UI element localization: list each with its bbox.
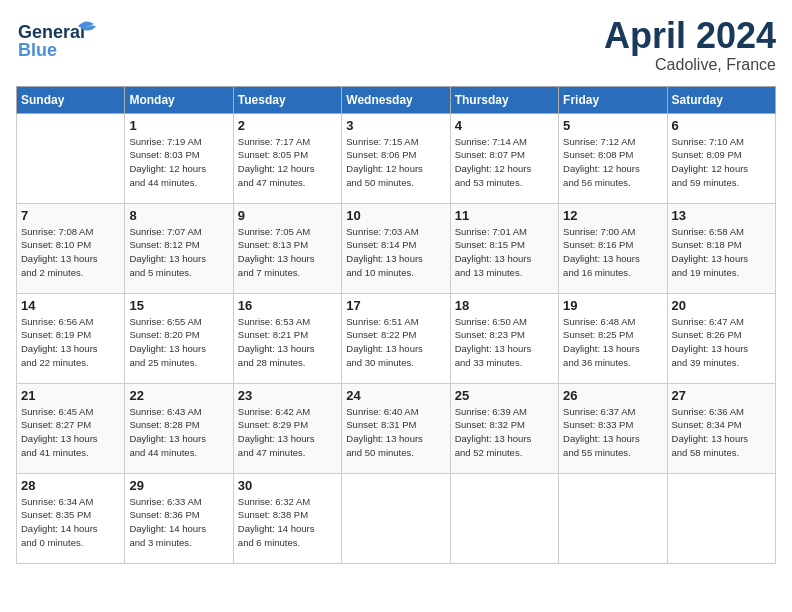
- location-title: Cadolive, France: [604, 56, 776, 74]
- col-header-monday: Monday: [125, 86, 233, 113]
- day-cell: 6Sunrise: 7:10 AM Sunset: 8:09 PM Daylig…: [667, 113, 775, 203]
- col-header-saturday: Saturday: [667, 86, 775, 113]
- day-number: 27: [672, 388, 771, 403]
- day-info: Sunrise: 7:15 AM Sunset: 8:06 PM Dayligh…: [346, 135, 445, 190]
- day-cell: 9Sunrise: 7:05 AM Sunset: 8:13 PM Daylig…: [233, 203, 341, 293]
- day-info: Sunrise: 7:07 AM Sunset: 8:12 PM Dayligh…: [129, 225, 228, 280]
- title-block: April 2024 Cadolive, France: [604, 16, 776, 74]
- day-cell: 27Sunrise: 6:36 AM Sunset: 8:34 PM Dayli…: [667, 383, 775, 473]
- page-header: General Blue April 2024 Cadolive, France: [16, 16, 776, 74]
- day-number: 6: [672, 118, 771, 133]
- col-header-tuesday: Tuesday: [233, 86, 341, 113]
- day-cell: 21Sunrise: 6:45 AM Sunset: 8:27 PM Dayli…: [17, 383, 125, 473]
- week-row-3: 14Sunrise: 6:56 AM Sunset: 8:19 PM Dayli…: [17, 293, 776, 383]
- day-cell: 23Sunrise: 6:42 AM Sunset: 8:29 PM Dayli…: [233, 383, 341, 473]
- day-info: Sunrise: 7:10 AM Sunset: 8:09 PM Dayligh…: [672, 135, 771, 190]
- day-info: Sunrise: 6:55 AM Sunset: 8:20 PM Dayligh…: [129, 315, 228, 370]
- day-info: Sunrise: 6:37 AM Sunset: 8:33 PM Dayligh…: [563, 405, 662, 460]
- day-number: 21: [21, 388, 120, 403]
- day-info: Sunrise: 7:01 AM Sunset: 8:15 PM Dayligh…: [455, 225, 554, 280]
- day-cell: 16Sunrise: 6:53 AM Sunset: 8:21 PM Dayli…: [233, 293, 341, 383]
- day-cell: [559, 473, 667, 563]
- day-number: 29: [129, 478, 228, 493]
- day-cell: 11Sunrise: 7:01 AM Sunset: 8:15 PM Dayli…: [450, 203, 558, 293]
- day-number: 7: [21, 208, 120, 223]
- day-number: 18: [455, 298, 554, 313]
- day-number: 8: [129, 208, 228, 223]
- day-number: 22: [129, 388, 228, 403]
- day-info: Sunrise: 6:53 AM Sunset: 8:21 PM Dayligh…: [238, 315, 337, 370]
- day-cell: 8Sunrise: 7:07 AM Sunset: 8:12 PM Daylig…: [125, 203, 233, 293]
- day-cell: 22Sunrise: 6:43 AM Sunset: 8:28 PM Dayli…: [125, 383, 233, 473]
- day-info: Sunrise: 7:08 AM Sunset: 8:10 PM Dayligh…: [21, 225, 120, 280]
- day-info: Sunrise: 7:19 AM Sunset: 8:03 PM Dayligh…: [129, 135, 228, 190]
- day-cell: 26Sunrise: 6:37 AM Sunset: 8:33 PM Dayli…: [559, 383, 667, 473]
- day-cell: 14Sunrise: 6:56 AM Sunset: 8:19 PM Dayli…: [17, 293, 125, 383]
- day-cell: 1Sunrise: 7:19 AM Sunset: 8:03 PM Daylig…: [125, 113, 233, 203]
- svg-text:General: General: [18, 22, 85, 42]
- day-number: 1: [129, 118, 228, 133]
- day-number: 16: [238, 298, 337, 313]
- day-number: 17: [346, 298, 445, 313]
- day-info: Sunrise: 6:42 AM Sunset: 8:29 PM Dayligh…: [238, 405, 337, 460]
- month-title: April 2024: [604, 16, 776, 56]
- day-number: 13: [672, 208, 771, 223]
- day-cell: 17Sunrise: 6:51 AM Sunset: 8:22 PM Dayli…: [342, 293, 450, 383]
- week-row-1: 1Sunrise: 7:19 AM Sunset: 8:03 PM Daylig…: [17, 113, 776, 203]
- day-info: Sunrise: 6:56 AM Sunset: 8:19 PM Dayligh…: [21, 315, 120, 370]
- col-header-wednesday: Wednesday: [342, 86, 450, 113]
- day-cell: 18Sunrise: 6:50 AM Sunset: 8:23 PM Dayli…: [450, 293, 558, 383]
- day-cell: 24Sunrise: 6:40 AM Sunset: 8:31 PM Dayli…: [342, 383, 450, 473]
- day-number: 28: [21, 478, 120, 493]
- day-number: 19: [563, 298, 662, 313]
- day-info: Sunrise: 6:43 AM Sunset: 8:28 PM Dayligh…: [129, 405, 228, 460]
- day-cell: 29Sunrise: 6:33 AM Sunset: 8:36 PM Dayli…: [125, 473, 233, 563]
- day-number: 10: [346, 208, 445, 223]
- day-info: Sunrise: 7:00 AM Sunset: 8:16 PM Dayligh…: [563, 225, 662, 280]
- week-row-2: 7Sunrise: 7:08 AM Sunset: 8:10 PM Daylig…: [17, 203, 776, 293]
- day-number: 20: [672, 298, 771, 313]
- day-cell: 20Sunrise: 6:47 AM Sunset: 8:26 PM Dayli…: [667, 293, 775, 383]
- day-info: Sunrise: 7:05 AM Sunset: 8:13 PM Dayligh…: [238, 225, 337, 280]
- day-cell: 7Sunrise: 7:08 AM Sunset: 8:10 PM Daylig…: [17, 203, 125, 293]
- day-number: 30: [238, 478, 337, 493]
- day-info: Sunrise: 6:32 AM Sunset: 8:38 PM Dayligh…: [238, 495, 337, 550]
- day-cell: 13Sunrise: 6:58 AM Sunset: 8:18 PM Dayli…: [667, 203, 775, 293]
- col-header-thursday: Thursday: [450, 86, 558, 113]
- day-info: Sunrise: 7:14 AM Sunset: 8:07 PM Dayligh…: [455, 135, 554, 190]
- day-cell: 12Sunrise: 7:00 AM Sunset: 8:16 PM Dayli…: [559, 203, 667, 293]
- header-row: SundayMondayTuesdayWednesdayThursdayFrid…: [17, 86, 776, 113]
- day-cell: 2Sunrise: 7:17 AM Sunset: 8:05 PM Daylig…: [233, 113, 341, 203]
- day-info: Sunrise: 6:51 AM Sunset: 8:22 PM Dayligh…: [346, 315, 445, 370]
- svg-text:Blue: Blue: [18, 40, 57, 60]
- day-cell: 30Sunrise: 6:32 AM Sunset: 8:38 PM Dayli…: [233, 473, 341, 563]
- day-info: Sunrise: 6:58 AM Sunset: 8:18 PM Dayligh…: [672, 225, 771, 280]
- day-info: Sunrise: 7:12 AM Sunset: 8:08 PM Dayligh…: [563, 135, 662, 190]
- day-cell: 5Sunrise: 7:12 AM Sunset: 8:08 PM Daylig…: [559, 113, 667, 203]
- col-header-friday: Friday: [559, 86, 667, 113]
- day-info: Sunrise: 6:40 AM Sunset: 8:31 PM Dayligh…: [346, 405, 445, 460]
- day-cell: 3Sunrise: 7:15 AM Sunset: 8:06 PM Daylig…: [342, 113, 450, 203]
- day-number: 12: [563, 208, 662, 223]
- day-cell: 10Sunrise: 7:03 AM Sunset: 8:14 PM Dayli…: [342, 203, 450, 293]
- day-number: 14: [21, 298, 120, 313]
- day-info: Sunrise: 6:50 AM Sunset: 8:23 PM Dayligh…: [455, 315, 554, 370]
- day-number: 15: [129, 298, 228, 313]
- day-cell: [17, 113, 125, 203]
- week-row-4: 21Sunrise: 6:45 AM Sunset: 8:27 PM Dayli…: [17, 383, 776, 473]
- day-info: Sunrise: 6:34 AM Sunset: 8:35 PM Dayligh…: [21, 495, 120, 550]
- day-number: 26: [563, 388, 662, 403]
- logo: General Blue: [16, 16, 106, 60]
- day-info: Sunrise: 7:03 AM Sunset: 8:14 PM Dayligh…: [346, 225, 445, 280]
- day-cell: 25Sunrise: 6:39 AM Sunset: 8:32 PM Dayli…: [450, 383, 558, 473]
- day-number: 2: [238, 118, 337, 133]
- day-cell: 28Sunrise: 6:34 AM Sunset: 8:35 PM Dayli…: [17, 473, 125, 563]
- day-info: Sunrise: 6:36 AM Sunset: 8:34 PM Dayligh…: [672, 405, 771, 460]
- day-cell: [667, 473, 775, 563]
- day-number: 11: [455, 208, 554, 223]
- col-header-sunday: Sunday: [17, 86, 125, 113]
- day-number: 24: [346, 388, 445, 403]
- day-info: Sunrise: 6:39 AM Sunset: 8:32 PM Dayligh…: [455, 405, 554, 460]
- logo-svg: General Blue: [16, 16, 106, 60]
- week-row-5: 28Sunrise: 6:34 AM Sunset: 8:35 PM Dayli…: [17, 473, 776, 563]
